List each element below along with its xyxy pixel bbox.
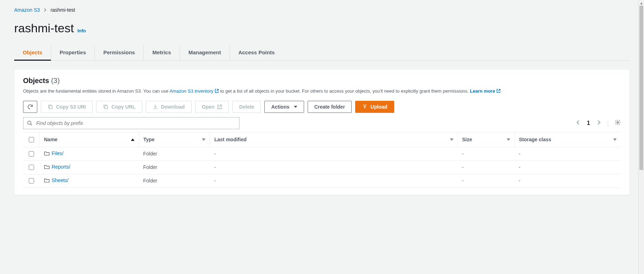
copy-url-label: Copy URL bbox=[111, 104, 136, 110]
desc-text-1: Objects are the fundamental entities sto… bbox=[23, 88, 170, 94]
copy-s3-uri-label: Copy S3 URI bbox=[56, 104, 86, 110]
col-last-modified[interactable]: Last modified bbox=[214, 137, 247, 142]
sort-asc-icon bbox=[131, 138, 134, 141]
sort-icon bbox=[202, 138, 205, 141]
svg-rect-1 bbox=[105, 106, 108, 109]
search-input[interactable] bbox=[35, 120, 236, 126]
actions-button[interactable]: Actions bbox=[264, 101, 304, 113]
refresh-button[interactable] bbox=[23, 101, 37, 113]
cell-storage-class: - bbox=[514, 147, 621, 160]
panel-count: (3) bbox=[51, 77, 60, 84]
next-page-button[interactable] bbox=[596, 120, 601, 126]
row-checkbox[interactable] bbox=[29, 151, 34, 157]
gear-icon bbox=[615, 119, 621, 126]
svg-point-3 bbox=[617, 122, 619, 124]
desc-text-2: to get a list of all objects in your buc… bbox=[220, 88, 470, 94]
col-type[interactable]: Type bbox=[143, 137, 155, 142]
cell-type: Folder bbox=[139, 174, 210, 187]
table-row: Reports/Folder--- bbox=[23, 160, 621, 174]
cell-last-modified: - bbox=[210, 160, 458, 174]
download-icon bbox=[153, 104, 158, 110]
folder-icon bbox=[44, 178, 50, 184]
select-all-checkbox[interactable] bbox=[29, 137, 34, 142]
create-folder-button[interactable]: Create folder bbox=[308, 101, 352, 113]
open-label: Open bbox=[202, 104, 215, 110]
tab-objects[interactable]: Objects bbox=[14, 45, 51, 61]
cell-type: Folder bbox=[139, 147, 210, 160]
row-checkbox[interactable] bbox=[29, 165, 34, 170]
panel-heading: Objects (3) bbox=[23, 77, 621, 85]
divider bbox=[608, 119, 608, 127]
external-link-icon bbox=[215, 88, 220, 94]
col-size[interactable]: Size bbox=[462, 137, 472, 142]
info-link[interactable]: Info bbox=[77, 28, 86, 33]
panel-heading-text: Objects bbox=[23, 77, 49, 84]
cell-size: - bbox=[458, 174, 514, 187]
upload-button[interactable]: Upload bbox=[355, 101, 394, 113]
cell-storage-class: - bbox=[514, 174, 621, 187]
row-checkbox[interactable] bbox=[29, 178, 34, 183]
table-row: Sheets/Folder--- bbox=[23, 174, 621, 187]
search-box[interactable] bbox=[23, 117, 240, 129]
inventory-link[interactable]: Amazon S3 inventory bbox=[170, 88, 214, 94]
breadcrumb-root-link[interactable]: Amazon S3 bbox=[14, 7, 40, 13]
objects-table: Name Type Last modified Size Storage cla… bbox=[23, 132, 621, 188]
panel-description: Objects are the fundamental entities sto… bbox=[23, 88, 621, 95]
object-name-link[interactable]: Files/ bbox=[52, 150, 64, 156]
cell-type: Folder bbox=[139, 160, 210, 174]
svg-point-2 bbox=[28, 121, 31, 124]
actions-label: Actions bbox=[271, 104, 289, 110]
object-name-link[interactable]: Sheets/ bbox=[52, 177, 68, 183]
refresh-icon bbox=[27, 104, 33, 110]
page-title: rashmi-test bbox=[14, 21, 74, 35]
page-number: 1 bbox=[587, 120, 590, 126]
learn-more-link[interactable]: Learn more bbox=[470, 88, 495, 94]
download-label: Download bbox=[161, 104, 185, 110]
prev-page-button[interactable] bbox=[576, 120, 580, 126]
folder-icon bbox=[44, 151, 50, 157]
copy-icon bbox=[48, 104, 53, 110]
copy-icon bbox=[103, 104, 109, 110]
tab-access-points[interactable]: Access Points bbox=[230, 45, 284, 60]
cell-storage-class: - bbox=[514, 160, 621, 174]
vertical-scrollbar[interactable]: ▴ bbox=[638, 0, 644, 274]
settings-button[interactable] bbox=[615, 119, 621, 127]
cell-size: - bbox=[458, 160, 514, 174]
create-folder-label: Create folder bbox=[314, 104, 345, 110]
sort-icon bbox=[450, 138, 453, 141]
open-button[interactable]: Open bbox=[195, 101, 229, 113]
caret-down-icon bbox=[294, 106, 297, 108]
download-button[interactable]: Download bbox=[146, 101, 192, 113]
object-name-link[interactable]: Reports/ bbox=[52, 164, 71, 170]
tab-management[interactable]: Management bbox=[180, 45, 230, 60]
scroll-up-arrow-icon: ▴ bbox=[639, 0, 644, 6]
cell-size: - bbox=[458, 147, 514, 160]
table-row: Files/Folder--- bbox=[23, 147, 621, 160]
tab-permissions[interactable]: Permissions bbox=[95, 45, 144, 60]
copy-url-button[interactable]: Copy URL bbox=[96, 101, 142, 113]
svg-rect-0 bbox=[49, 106, 52, 109]
delete-label: Delete bbox=[239, 104, 254, 110]
pagination: 1 bbox=[576, 119, 621, 127]
objects-panel: Objects (3) Objects are the fundamental … bbox=[14, 69, 630, 195]
breadcrumb-current: rashmi-test bbox=[50, 7, 75, 13]
col-storage-class[interactable]: Storage class bbox=[519, 137, 551, 142]
upload-label: Upload bbox=[370, 104, 387, 110]
toolbar: Copy S3 URI Copy URL Download Open Delet… bbox=[23, 101, 621, 113]
delete-button[interactable]: Delete bbox=[232, 101, 261, 113]
scrollbar-thumb[interactable] bbox=[639, 6, 643, 170]
sort-icon bbox=[507, 138, 510, 141]
col-name[interactable]: Name bbox=[44, 137, 57, 142]
tab-metrics[interactable]: Metrics bbox=[144, 45, 180, 60]
external-link-icon bbox=[217, 104, 222, 109]
cell-last-modified: - bbox=[210, 174, 458, 187]
search-icon bbox=[27, 120, 33, 126]
external-link-icon bbox=[496, 88, 501, 94]
chevron-right-icon bbox=[43, 7, 47, 13]
sort-icon bbox=[613, 138, 617, 141]
upload-icon bbox=[362, 104, 368, 110]
cell-last-modified: - bbox=[210, 147, 458, 160]
tabs: Objects Properties Permissions Metrics M… bbox=[14, 45, 630, 61]
tab-properties[interactable]: Properties bbox=[51, 45, 95, 60]
copy-s3-uri-button[interactable]: Copy S3 URI bbox=[41, 101, 93, 113]
